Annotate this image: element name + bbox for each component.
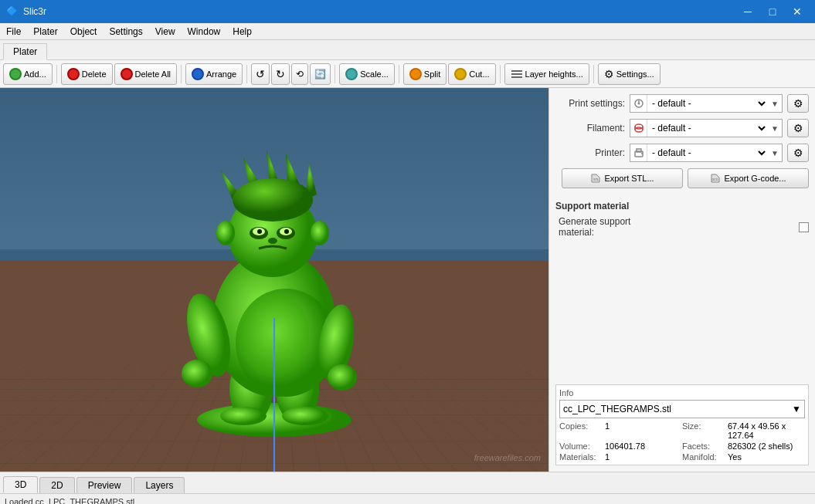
delete-all-button[interactable]: Delete All — [114, 63, 177, 85]
settings-icon: ⚙ — [604, 68, 614, 80]
split-button[interactable]: Split — [403, 63, 447, 85]
maximize-button[interactable]: □ — [761, 0, 784, 23]
svg-point-21 — [284, 229, 289, 234]
svg-point-23 — [216, 221, 235, 245]
filament-select-wrapper[interactable]: - default - ▼ — [630, 119, 783, 137]
export-stl-button[interactable]: STL Export STL... — [562, 168, 683, 188]
rotate-right-button[interactable]: ↻ — [271, 63, 290, 85]
info-panel: Info cc_LPC_THEGRAMPS.stl ▼ Copies: 1 Si… — [555, 384, 809, 465]
menu-settings[interactable]: Settings — [103, 23, 148, 39]
axis-line — [273, 318, 275, 472]
delete-button[interactable]: Delete — [61, 63, 113, 85]
tab-plater[interactable]: Plater — [3, 43, 47, 60]
print-settings-select[interactable]: - default - — [647, 97, 768, 110]
layer-heights-icon — [511, 68, 523, 80]
separator-6 — [500, 65, 501, 83]
close-button[interactable]: ✕ — [786, 0, 809, 23]
svg-point-38 — [635, 124, 643, 129]
viewport[interactable]: freewarefiles.com — [0, 88, 548, 472]
status-message: Loaded cc_LPC_THEGRAMPS.stl — [5, 497, 134, 505]
object-row: cc_LPC_THEGRAMPS.stl ▼ — [559, 400, 805, 418]
copies-key: Copies: — [559, 421, 602, 440]
copies-row: Copies: 1 — [559, 421, 682, 440]
support-material-section: Support material Generate supportmateria… — [555, 198, 809, 238]
export-gcode-icon: GCO — [710, 173, 721, 184]
settings-button[interactable]: ⚙ Settings... — [598, 63, 660, 85]
menu-plater[interactable]: Plater — [27, 23, 63, 39]
cut-button[interactable]: Cut... — [448, 63, 495, 85]
minimize-button[interactable]: ─ — [736, 0, 759, 23]
cut-icon — [454, 68, 467, 80]
separator-4 — [334, 65, 335, 83]
svg-rect-0 — [511, 70, 522, 72]
tab-preview[interactable]: Preview — [76, 477, 133, 493]
separator-7 — [593, 65, 594, 83]
separator-3 — [246, 65, 247, 83]
separator-5 — [399, 65, 399, 83]
print-settings-select-wrapper[interactable]: - default - ▼ — [630, 94, 783, 113]
printer-gear[interactable]: ⚙ — [787, 144, 809, 162]
menu-file[interactable]: File — [0, 23, 27, 39]
svg-point-6 — [220, 407, 267, 425]
menu-view[interactable]: View — [149, 23, 182, 39]
menu-object[interactable]: Object — [64, 23, 104, 39]
separator-1 — [56, 65, 57, 83]
printer-icon — [630, 144, 647, 161]
flip-button[interactable]: ⟲ — [291, 63, 308, 85]
volume-row: Volume: 106401.78 — [559, 441, 682, 451]
filament-select[interactable]: - default - — [647, 122, 768, 134]
arrange-button[interactable]: Arrange — [185, 63, 243, 85]
print-settings-icon — [630, 95, 647, 112]
generate-support-checkbox[interactable] — [799, 222, 809, 232]
print-settings-caret: ▼ — [768, 95, 782, 112]
filament-row: Filament: - default - ▼ ⚙ — [555, 119, 809, 137]
print-settings-label: Print settings: — [555, 98, 625, 109]
object-dropdown-arrow[interactable]: ▼ — [792, 404, 801, 414]
materials-val: 1 — [605, 452, 610, 462]
watermark: freewarefiles.com — [474, 453, 541, 462]
scale-button[interactable]: Scale... — [339, 63, 395, 85]
svg-point-34 — [637, 103, 640, 105]
filament-gear[interactable]: ⚙ — [787, 119, 809, 137]
layer-heights-button[interactable]: Layer heights... — [504, 63, 589, 85]
printer-select-wrapper[interactable]: - default - ▼ — [630, 144, 783, 162]
printer-select[interactable]: - default - — [647, 147, 768, 159]
export-gcode-button[interactable]: GCO Export G-code... — [688, 168, 809, 188]
window-controls: ─ □ ✕ — [736, 0, 809, 23]
filament-icon — [630, 120, 647, 137]
toolbar: Add... Delete Delete All Arrange ↺ ↻ ⟲ 🔄… — [0, 60, 815, 88]
delete-icon — [67, 68, 80, 80]
tab-layers[interactable]: Layers — [134, 477, 185, 493]
export-stl-icon: STL — [590, 173, 601, 184]
rotate3d-button[interactable]: 🔄 — [310, 63, 331, 85]
svg-point-22 — [268, 238, 277, 244]
copies-val: 1 — [605, 421, 610, 440]
print-settings-gear[interactable]: ⚙ — [787, 94, 809, 113]
add-icon — [9, 68, 22, 80]
tab-3d[interactable]: 3D — [3, 476, 38, 493]
menu-help[interactable]: Help — [226, 23, 258, 39]
svg-point-20 — [257, 229, 262, 234]
delete-all-icon — [121, 68, 133, 80]
materials-key: Materials: — [559, 452, 602, 462]
rotate-left-icon: ↺ — [256, 68, 265, 80]
rotate-left-button[interactable]: ↺ — [251, 63, 270, 85]
main-content: freewarefiles.com Print settings: - defa… — [0, 88, 815, 472]
menu-window[interactable]: Window — [182, 23, 227, 39]
svg-rect-40 — [637, 149, 641, 152]
svg-point-11 — [182, 360, 212, 387]
bottom-tabs: 3D 2D Preview Layers — [0, 472, 815, 493]
status-bar: Loaded cc_LPC_THEGRAMPS.stl — [0, 493, 815, 504]
export-buttons: STL Export STL... GCO Export G-code... — [555, 168, 809, 188]
tab-2d[interactable]: 2D — [39, 477, 74, 493]
size-val: 67.44 x 49.56 x 127.64 — [728, 421, 805, 440]
volume-key: Volume: — [559, 441, 602, 451]
manifold-key: Manifold: — [682, 452, 725, 462]
svg-text:GCO: GCO — [712, 178, 718, 181]
add-button[interactable]: Add... — [3, 63, 53, 85]
svg-point-30 — [233, 178, 313, 222]
size-row: Size: 67.44 x 49.56 x 127.64 — [682, 421, 805, 440]
generate-support-row: Generate supportmaterial: — [555, 216, 809, 238]
info-title: Info — [559, 388, 805, 397]
separator-2 — [181, 65, 182, 83]
